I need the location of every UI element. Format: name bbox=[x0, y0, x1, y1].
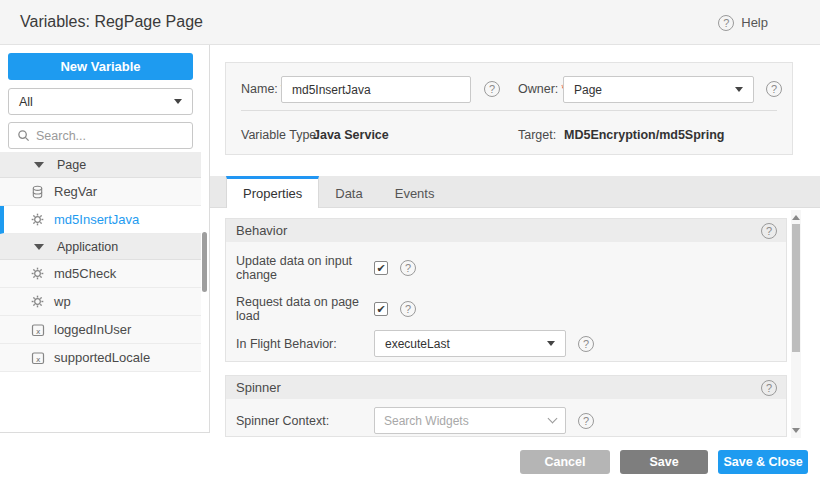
chevron-down-icon bbox=[735, 87, 743, 92]
spinner-section: Spinner ? Spinner Context: ? bbox=[225, 375, 787, 437]
update-data-label: Update data on input change bbox=[236, 254, 374, 282]
chevron-down-icon bbox=[548, 414, 558, 424]
variable-type-label: Variable Type: bbox=[241, 120, 320, 150]
tree-group-label: Page bbox=[57, 158, 86, 172]
tree-item-label: loggedInUser bbox=[54, 322, 131, 337]
spinner-context-row: Spinner Context: ? bbox=[236, 407, 776, 434]
owner-value: Page bbox=[574, 83, 602, 97]
chevron-down-icon bbox=[547, 341, 555, 346]
update-data-help-icon[interactable]: ? bbox=[400, 260, 416, 276]
save-button[interactable]: Save bbox=[620, 450, 708, 474]
tree-group-application[interactable]: Application bbox=[0, 234, 201, 260]
spinner-context-combobox[interactable] bbox=[374, 407, 566, 434]
triangle-down-icon bbox=[34, 244, 44, 250]
tree-group-label: Application bbox=[57, 240, 118, 254]
spinner-context-label: Spinner Context: bbox=[236, 414, 374, 428]
save-and-close-button[interactable]: Save & Close bbox=[718, 450, 808, 474]
variable-filter-value: All bbox=[19, 95, 33, 109]
tree-item-label: RegVar bbox=[54, 184, 97, 199]
variables-tree: Page RegVar bbox=[0, 152, 201, 372]
variable-summary-box: Name:* ? Owner:* Page ? Variable Type: J… bbox=[225, 62, 793, 155]
gear-icon bbox=[30, 212, 45, 227]
help-link[interactable]: ? Help bbox=[718, 0, 768, 45]
model-variable-icon: x bbox=[30, 323, 45, 337]
spinner-section-header: Spinner ? bbox=[226, 376, 786, 399]
svg-text:x: x bbox=[36, 354, 41, 363]
page-title: Variables: RegPage Page bbox=[20, 13, 203, 31]
cancel-button[interactable]: Cancel bbox=[520, 450, 610, 474]
target-value: MD5Encryption/md5Spring bbox=[564, 120, 724, 150]
request-data-row: Request data on page load ✔ ? bbox=[236, 295, 776, 322]
in-flight-row: In Flight Behavior: executeLast ? bbox=[236, 330, 776, 357]
target-label: Target: bbox=[518, 120, 556, 150]
dialog-header: Variables: RegPage Page ? Help bbox=[0, 0, 820, 45]
tree-item-supportedlocale[interactable]: x supportedLocale bbox=[0, 344, 201, 372]
variable-type-value: Java Service bbox=[313, 120, 389, 150]
tree-item-label: md5InsertJava bbox=[54, 212, 139, 227]
tree-item-label: supportedLocale bbox=[54, 350, 150, 365]
help-circle-icon: ? bbox=[718, 15, 734, 31]
spinner-help-icon[interactable]: ? bbox=[761, 380, 777, 396]
gear-icon bbox=[30, 266, 45, 281]
in-flight-select[interactable]: executeLast bbox=[374, 330, 566, 357]
name-label: Name:* bbox=[241, 76, 286, 103]
tree-item-md5check[interactable]: md5Check bbox=[0, 260, 201, 288]
variable-search bbox=[8, 122, 193, 149]
owner-select[interactable]: Page bbox=[563, 76, 754, 103]
spinner-title: Spinner bbox=[236, 380, 281, 395]
owner-label: Owner:* bbox=[518, 76, 566, 103]
scroll-down-arrow-icon[interactable] bbox=[792, 428, 800, 433]
tree-item-wp[interactable]: wp bbox=[0, 288, 201, 316]
tree-item-regvar[interactable]: RegVar bbox=[0, 178, 201, 206]
chevron-down-icon bbox=[174, 99, 182, 104]
svg-text:x: x bbox=[36, 326, 41, 335]
properties-scrollbar[interactable] bbox=[791, 210, 801, 438]
in-flight-label: In Flight Behavior: bbox=[236, 337, 374, 351]
model-variable-icon: x bbox=[30, 351, 45, 365]
gear-icon bbox=[30, 294, 45, 309]
name-help-icon[interactable]: ? bbox=[484, 81, 500, 97]
triangle-down-icon bbox=[34, 162, 44, 168]
new-variable-button[interactable]: New Variable bbox=[8, 53, 193, 80]
update-data-row: Update data on input change ✔ ? bbox=[236, 254, 776, 281]
tree-item-md5insertjava[interactable]: md5InsertJava bbox=[0, 206, 201, 234]
owner-help-icon[interactable]: ? bbox=[766, 81, 782, 97]
behavior-title: Behavior bbox=[236, 223, 287, 238]
variable-detail-panel: Name:* ? Owner:* Page ? Variable Type: J… bbox=[210, 45, 820, 487]
tree-item-label: md5Check bbox=[54, 266, 116, 281]
spinner-context-input[interactable] bbox=[384, 414, 549, 428]
update-data-checkbox[interactable]: ✔ bbox=[374, 261, 388, 275]
behavior-section: Behavior ? Update data on input change ✔… bbox=[225, 218, 787, 362]
tree-group-page[interactable]: Page bbox=[0, 152, 201, 178]
request-data-help-icon[interactable]: ? bbox=[400, 301, 416, 317]
spinner-context-help-icon[interactable]: ? bbox=[578, 413, 594, 429]
name-input[interactable] bbox=[281, 76, 471, 103]
help-label: Help bbox=[741, 15, 768, 30]
variables-sidebar: New Variable All Page bbox=[0, 45, 210, 433]
tree-item-loggedinuser[interactable]: x loggedInUser bbox=[0, 316, 201, 344]
behavior-help-icon[interactable]: ? bbox=[761, 223, 777, 239]
tree-item-label: wp bbox=[54, 294, 71, 309]
search-icon bbox=[17, 129, 30, 142]
tab-properties[interactable]: Properties bbox=[226, 176, 319, 208]
in-flight-help-icon[interactable]: ? bbox=[578, 336, 594, 352]
variables-dialog: Variables: RegPage Page ? Help New Varia… bbox=[0, 0, 820, 487]
scroll-up-arrow-icon[interactable] bbox=[792, 215, 800, 220]
database-icon bbox=[30, 185, 45, 199]
tab-events[interactable]: Events bbox=[379, 176, 451, 207]
behavior-section-header: Behavior ? bbox=[226, 219, 786, 242]
search-input[interactable] bbox=[36, 129, 184, 143]
request-data-label: Request data on page load bbox=[236, 295, 374, 323]
divider bbox=[241, 110, 777, 111]
sidebar-scrollbar-thumb[interactable] bbox=[202, 232, 207, 292]
tab-data[interactable]: Data bbox=[319, 176, 378, 207]
in-flight-value: executeLast bbox=[385, 337, 450, 351]
request-data-checkbox[interactable]: ✔ bbox=[374, 302, 388, 316]
variable-filter-select[interactable]: All bbox=[8, 88, 193, 115]
scrollbar-thumb[interactable] bbox=[792, 224, 800, 352]
detail-tabs: Properties Data Events bbox=[210, 176, 820, 208]
